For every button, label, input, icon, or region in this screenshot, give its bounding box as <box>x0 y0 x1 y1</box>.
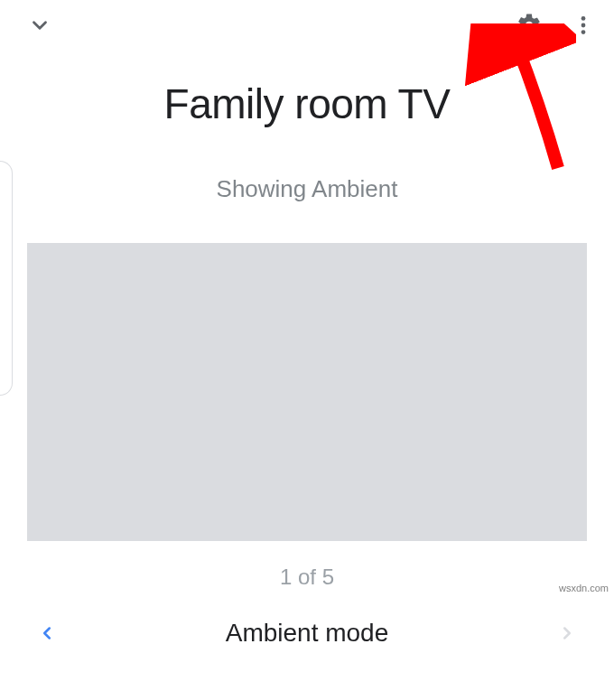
top-bar-left <box>25 11 54 40</box>
svg-point-2 <box>581 30 586 34</box>
settings-gear-icon[interactable] <box>515 11 544 40</box>
device-status: Showing Ambient <box>0 175 614 203</box>
page-indicator: 1 of 5 <box>0 565 614 590</box>
more-vert-icon[interactable] <box>569 11 598 40</box>
svg-point-0 <box>581 16 586 21</box>
side-handle[interactable] <box>0 161 13 396</box>
collapse-chevron-icon[interactable] <box>25 11 54 40</box>
top-bar-right <box>515 11 598 40</box>
preview-thumbnail[interactable] <box>27 243 587 541</box>
svg-point-1 <box>581 23 586 28</box>
watermark: wsxdn.com <box>559 583 609 593</box>
previous-arrow-icon[interactable] <box>33 619 61 648</box>
device-title: Family room TV <box>0 79 614 128</box>
next-arrow-icon[interactable] <box>553 619 581 648</box>
top-bar <box>0 0 614 42</box>
mode-row: Ambient mode <box>0 619 614 648</box>
mode-label: Ambient mode <box>226 619 389 648</box>
